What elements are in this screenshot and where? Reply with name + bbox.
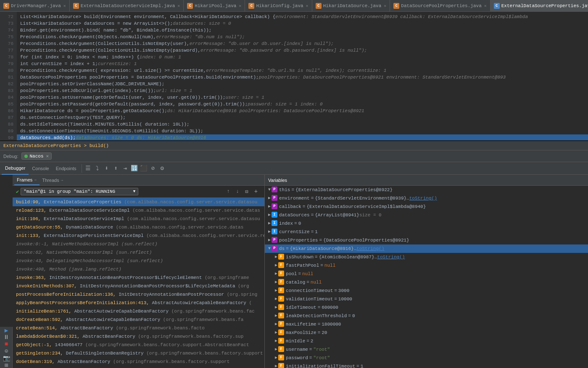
debug-session[interactable]: Nacos ✕ xyxy=(21,152,52,160)
code-line-78[interactable]: for (int index = 0; index < num; index++… xyxy=(17,54,588,60)
code-line-79[interactable]: int currentSize = index + 1; currentSize… xyxy=(17,60,588,67)
frame-item-8[interactable]: invoke:498, Method (java.lang.reflect) xyxy=(13,265,264,273)
tab-threads[interactable]: Threads → xyxy=(40,175,66,185)
code-line-80[interactable]: Preconditions.checkArgument( expression:… xyxy=(17,67,588,74)
code-line-90[interactable]: dataSources.add(ds); dataSources: size =… xyxy=(17,134,588,140)
var-item-13[interactable]: ▶ F validationTimeout = 10000 xyxy=(265,295,588,303)
tab-debugger[interactable]: Debugger xyxy=(2,162,29,175)
var-arrow-19[interactable]: ▶ xyxy=(275,346,277,353)
var-arrow-12[interactable]: ▶ xyxy=(275,287,277,294)
code-line-77[interactable]: Preconditions.checkArgument(CollectionUt… xyxy=(17,47,588,54)
camera-icon[interactable]: 📷 xyxy=(0,355,13,362)
frame-item-18[interactable]: getSingleton:234, DefaultSingletonBeanRe… xyxy=(13,349,264,357)
code-line-88[interactable]: ds.setIdleTimeout(TimeUnit.MINUTES.toMil… xyxy=(17,121,588,128)
var-item-17[interactable]: ▶ F maxPoolSize = 20 xyxy=(265,329,588,337)
tab-hikari-datasource[interactable]: C HikariDataSource.java ✕ xyxy=(312,0,390,12)
var-item-11[interactable]: ▶ F catalog = null xyxy=(265,278,588,287)
frame-item-0[interactable]: build:90, ExternalDataSourceProperties (… xyxy=(13,198,264,206)
code-line-89[interactable]: ds.setConnectionTimeout(TimeUnit.SECONDS… xyxy=(17,128,588,134)
var-item-3[interactable]: ▶ I dataSources = {ArrayList@8941} size … xyxy=(265,211,588,219)
var-arrow-1[interactable]: ▶ xyxy=(268,195,271,202)
frame-item-4[interactable]: init:133, ExternalStoragePersistentServi… xyxy=(13,231,264,240)
var-arrow-18[interactable]: ▶ xyxy=(275,338,277,344)
var-item-1[interactable]: ▶ P environment = {StandardServletEnviro… xyxy=(265,194,588,202)
code-line-83[interactable]: poolProperties.setJdbcUrl(url.get(index)… xyxy=(17,87,588,94)
frame-item-15[interactable]: createBean:514, AbstractBeanFactory (org… xyxy=(13,324,264,332)
tab-close-datasource-pool-properties[interactable]: ✕ xyxy=(484,3,487,8)
tab-driver-manager[interactable]: C DriverManager.java ✕ xyxy=(0,0,70,12)
frame-item-5[interactable]: invoke:0:-1, NativeMethodAccessorImpl (s… xyxy=(13,240,264,248)
var-arrow-13[interactable]: ▶ xyxy=(275,296,277,302)
frame-item-10[interactable]: invokeInitMethods:307, InitDestroyAnnota… xyxy=(13,282,264,290)
var-arrow-2[interactable]: ▶ xyxy=(268,203,271,210)
var-item-9[interactable]: ▶ F fastPathPool = null xyxy=(265,261,588,270)
tab-frames[interactable]: Frames → xyxy=(14,175,40,185)
thread-down-button[interactable]: ↓ xyxy=(233,187,242,196)
thread-dropdown[interactable]: "main"@1 in group "main": RUNNING ▼ xyxy=(21,188,138,195)
var-item-15[interactable]: ▶ F leakDetectionThreshold = 0 xyxy=(265,312,588,320)
stop-icon[interactable]: ■ xyxy=(0,341,13,347)
code-line-87[interactable]: ds.setConnectionTestQuery(TEST_QUERY); xyxy=(17,114,588,121)
var-tostring-7[interactable]: toString() xyxy=(356,245,384,252)
var-arrow-6[interactable]: ▶ xyxy=(268,237,271,244)
code-line-84[interactable]: poolProperties.setUsername(getOrDefault(… xyxy=(17,94,588,101)
var-item-5[interactable]: ▶ I currentSize = 1 xyxy=(265,228,588,236)
thread-filter-button[interactable]: ⊟ xyxy=(243,187,251,196)
frame-item-2[interactable]: init:106, ExternalDataSourceServiceImpl … xyxy=(13,215,264,223)
thread-add-button[interactable]: + xyxy=(252,187,260,196)
frame-item-6[interactable]: invoke:62, NativeMethodAccessorImpl (sun… xyxy=(13,248,264,257)
var-arrow-17[interactable]: ▶ xyxy=(275,329,277,336)
var-item-7[interactable]: ▼ P ds = {HikariDataSource@8916} … toStr… xyxy=(265,244,588,253)
frame-item-19[interactable]: doGetBean:319, AbstractBeanFactory (org.… xyxy=(13,357,264,366)
var-tostring-8[interactable]: toString() xyxy=(377,254,405,260)
code-line-85[interactable]: poolProperties.setPassword(getOrDefault(… xyxy=(17,101,588,108)
var-item-6[interactable]: ▶ P poolProperties = {DataSourcePoolProp… xyxy=(265,236,588,244)
tab-close-hikari-datasource[interactable]: ✕ xyxy=(384,3,386,8)
var-item-2[interactable]: ▶ P callback = {ExternalDataSourceServic… xyxy=(265,202,588,211)
evaluate-button[interactable]: 🔢 xyxy=(130,164,139,173)
var-arrow-11[interactable]: ▶ xyxy=(275,279,277,286)
close-session-button[interactable]: ✕ xyxy=(46,153,49,159)
tab-endpoints[interactable]: Endpoints xyxy=(53,162,80,175)
var-arrow-15[interactable]: ▶ xyxy=(275,313,277,319)
code-line-76[interactable]: Preconditions.checkArgument(CollectionUt… xyxy=(17,40,588,47)
frame-item-7[interactable]: invoke:43, DelegatingMethodAccessorImpl … xyxy=(13,257,264,265)
view-breakpoints-icon[interactable]: ⊙ xyxy=(0,347,13,355)
code-line-74[interactable]: Binder.get(environment).bind( name: "db"… xyxy=(17,27,588,34)
var-arrow-8[interactable]: ▶ xyxy=(275,254,277,260)
tab-close-hikari-config[interactable]: ✕ xyxy=(306,3,309,8)
var-arrow-3[interactable]: ▶ xyxy=(268,212,271,218)
tab-close-external-datasource-service-impl[interactable]: ✕ xyxy=(177,3,180,8)
frame-item-11[interactable]: postProcessBeforeInitialization:136, Ini… xyxy=(13,290,264,299)
var-item-14[interactable]: ▶ F idleTimeout = 600000 xyxy=(265,303,588,312)
layout-icon[interactable]: ⊞ xyxy=(0,362,13,368)
var-item-8[interactable]: ▶ F isShutdown = {AtomicBoolean@8987} … … xyxy=(265,253,588,261)
tab-datasource-pool-properties[interactable]: C DataSourcePoolProperties.java ✕ xyxy=(390,0,490,12)
tab-console[interactable]: Console xyxy=(29,162,52,175)
frame-item-17[interactable]: getObject:-1, 1434066477 (org.springfram… xyxy=(13,341,264,349)
code-line-86[interactable]: HikariDataSource ds = poolProperties.get… xyxy=(17,108,588,114)
step-over-button[interactable]: ⤵ xyxy=(93,164,102,173)
step-out-button[interactable]: ⬆ xyxy=(111,164,121,173)
var-arrow-21[interactable]: ▶ xyxy=(275,363,277,368)
var-tostring-1[interactable]: toString() xyxy=(409,195,437,202)
settings-button[interactable]: ⚙ xyxy=(158,164,167,173)
toggle-breakpoint-button[interactable]: ⬛ xyxy=(139,164,148,173)
var-arrow-20[interactable]: ▶ xyxy=(275,355,277,361)
var-item-21[interactable]: ▶ F initializationFailTimeout = 1 xyxy=(265,362,588,368)
var-item-0[interactable]: ▼ P this = {ExternalDataSourceProperties… xyxy=(265,186,588,194)
var-item-10[interactable]: ▶ F pool = null xyxy=(265,270,588,278)
var-item-18[interactable]: ▶ F minIdle = 2 xyxy=(265,337,588,345)
pause-icon[interactable]: ⏸ xyxy=(0,334,13,341)
show-execution-point-button[interactable]: ☰ xyxy=(84,164,93,173)
code-line-73[interactable]: List<HikariDataSource> dataSources = new… xyxy=(17,20,588,27)
resume-icon[interactable]: ▶ xyxy=(0,327,13,334)
code-line-81[interactable]: DataSourcePoolProperties poolProperties … xyxy=(17,74,588,81)
frame-item-12[interactable]: applyBeanPostProcessorsBeforeInitializat… xyxy=(13,299,264,307)
var-arrow-9[interactable]: ▶ xyxy=(275,262,277,269)
var-item-4[interactable]: ▶ I index = 0 xyxy=(265,219,588,228)
var-arrow-16[interactable]: ▶ xyxy=(275,321,277,328)
var-item-20[interactable]: ▶ F password = "root" xyxy=(265,354,588,362)
frame-item-14[interactable]: doCreateBean:592, AbstractAutowireCapabl… xyxy=(13,315,264,324)
frame-item-3[interactable]: getDataSource:55, DynamicDataSource (com… xyxy=(13,223,264,231)
